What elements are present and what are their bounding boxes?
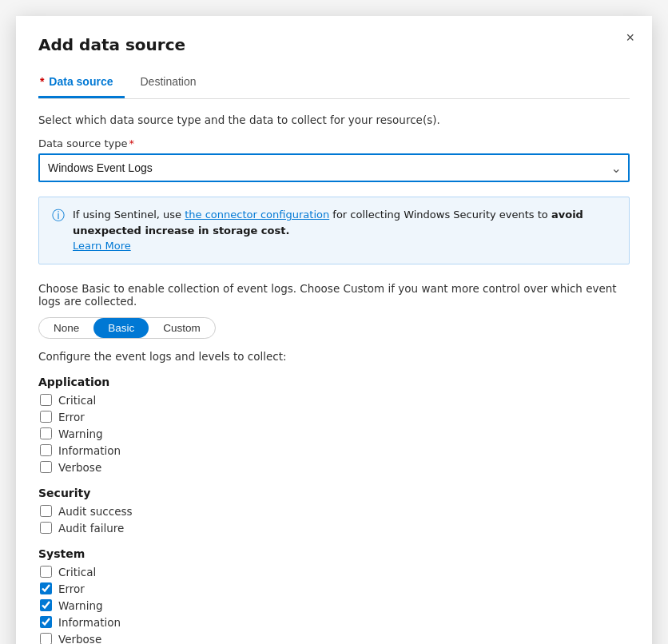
checkbox-app-error[interactable]	[40, 411, 52, 423]
list-item: Critical	[38, 394, 630, 407]
label-app-information: Information	[58, 444, 121, 457]
list-item: Verbose	[38, 633, 630, 645]
section-title-system: System	[38, 547, 630, 560]
section-title-application: Application	[38, 376, 630, 388]
list-item: Warning	[38, 599, 630, 612]
label-sys-warning: Warning	[58, 599, 103, 612]
list-item: Error	[38, 411, 630, 423]
checkbox-sys-verbose[interactable]	[40, 633, 52, 644]
section-system: System Critical Error Warning Informatio…	[38, 547, 630, 645]
label-sys-information: Information	[58, 616, 121, 629]
list-item: Error	[38, 582, 630, 595]
label-sec-audit-success: Audit success	[58, 505, 133, 518]
label-sys-critical: Critical	[58, 566, 96, 578]
info-icon: ⓘ	[52, 208, 65, 225]
form-subtitle: Select which data source type and the da…	[38, 113, 630, 126]
mode-custom-button[interactable]: Custom	[149, 318, 215, 338]
checkbox-app-warning[interactable]	[40, 427, 52, 439]
checkbox-sec-audit-failure[interactable]	[40, 522, 52, 534]
info-banner: ⓘ If using Sentinel, use the connector c…	[38, 197, 630, 264]
mode-description: Choose Basic to enable collection of eve…	[38, 282, 630, 308]
tab-bar: * Data source Destination	[38, 70, 630, 99]
checkbox-app-verbose[interactable]	[40, 461, 52, 473]
data-source-type-select-wrapper: Windows Event Logs Performance Counters …	[38, 153, 630, 182]
checkbox-sys-information[interactable]	[40, 616, 52, 628]
checkbox-sec-audit-success[interactable]	[40, 505, 52, 517]
label-app-critical: Critical	[58, 394, 96, 407]
section-security: Security Audit success Audit failure	[38, 487, 630, 535]
tab-data-source[interactable]: * Data source	[38, 70, 125, 98]
required-marker: *	[40, 75, 44, 88]
label-app-verbose: Verbose	[58, 461, 101, 474]
checkbox-sys-warning[interactable]	[40, 599, 52, 611]
close-button[interactable]: ×	[626, 30, 634, 45]
checkbox-sys-error[interactable]	[40, 582, 52, 594]
add-data-source-dialog: Add data source × * Data source Destinat…	[16, 16, 652, 644]
info-banner-text: If using Sentinel, use the connector con…	[73, 207, 616, 254]
list-item: Information	[38, 444, 630, 457]
label-app-warning: Warning	[58, 427, 103, 440]
mode-none-button[interactable]: None	[39, 318, 93, 338]
mode-basic-button[interactable]: Basic	[93, 318, 149, 338]
list-item: Information	[38, 616, 630, 629]
list-item: Critical	[38, 566, 630, 578]
tab-destination[interactable]: Destination	[139, 70, 208, 98]
connector-config-link[interactable]: the connector configuration	[185, 209, 329, 221]
checkbox-app-information[interactable]	[40, 444, 52, 456]
checkbox-sys-critical[interactable]	[40, 566, 52, 578]
label-sec-audit-failure: Audit failure	[58, 522, 124, 535]
dialog-title: Add data source	[38, 35, 630, 54]
label-sys-verbose: Verbose	[58, 633, 101, 645]
list-item: Audit failure	[38, 522, 630, 535]
data-source-type-field: Data source type* Windows Event Logs Per…	[38, 137, 630, 182]
checkbox-app-critical[interactable]	[40, 394, 52, 406]
list-item: Audit success	[38, 505, 630, 518]
list-item: Verbose	[38, 461, 630, 474]
section-title-security: Security	[38, 487, 630, 499]
label-app-error: Error	[58, 411, 85, 423]
section-application: Application Critical Error Warning Infor…	[38, 376, 630, 474]
collect-label: Configure the event logs and levels to c…	[38, 350, 630, 363]
data-source-type-select[interactable]: Windows Event Logs Performance Counters …	[38, 153, 630, 182]
label-sys-error: Error	[58, 582, 85, 595]
data-source-type-label: Data source type*	[38, 137, 630, 149]
mode-toggle-group: None Basic Custom	[38, 317, 216, 339]
learn-more-link[interactable]: Learn More	[73, 240, 131, 252]
list-item: Warning	[38, 427, 630, 440]
